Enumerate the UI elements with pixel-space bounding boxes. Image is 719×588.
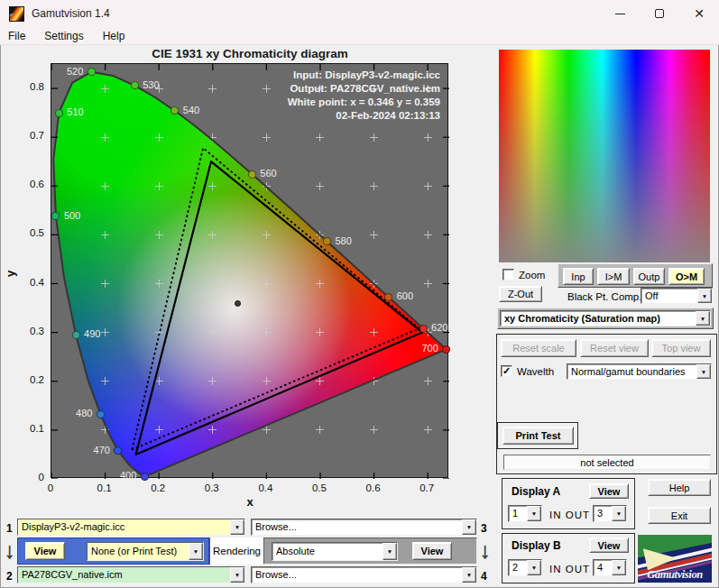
annotation-line: Input: DisplayP3-v2-magic.icc <box>288 69 440 82</box>
minimize-button[interactable] <box>600 0 640 27</box>
wavelength-dot-480 <box>97 410 105 418</box>
y-tick-label: 0.7 <box>30 130 44 141</box>
print-test-button[interactable]: Print Test <box>502 427 574 445</box>
menu-settings[interactable]: Settings <box>44 30 83 42</box>
view-options-group: Reset scale Reset view Top view ✓ Wavelt… <box>496 334 717 474</box>
mode-select-frame: xy Chromaticity (Saturation map) ▼ <box>497 308 714 329</box>
chevron-down-icon[interactable]: ▼ <box>189 543 203 560</box>
io-button-om[interactable]: O>M <box>668 268 705 285</box>
chevron-down-icon[interactable]: ▼ <box>462 567 476 583</box>
chevron-down-icon[interactable]: ▼ <box>612 560 626 575</box>
display-a-in-value: 1 <box>509 506 527 521</box>
view-input-button[interactable]: View <box>25 542 65 560</box>
x-tick-label: 0.7 <box>419 482 434 493</box>
slot1-profile-value: DisplayP3-v2-magic.icc <box>18 519 230 535</box>
menu-help[interactable]: Help <box>103 30 125 42</box>
io-button-im[interactable]: I>M <box>597 268 630 285</box>
x-tick-label: 0.5 <box>312 482 327 493</box>
slot4-number: 4 <box>481 570 487 583</box>
print-test-select[interactable]: None (or Print Test) ▼ <box>87 542 204 561</box>
z-out-button[interactable]: Z-Out <box>499 286 542 302</box>
white-point-marker <box>235 300 241 307</box>
io-button-inp[interactable]: Inp <box>563 268 594 285</box>
display-a-out-select[interactable]: 3 ▼ <box>593 505 627 522</box>
saturation-map-preview[interactable] <box>499 50 710 262</box>
chevron-down-icon[interactable]: ▼ <box>230 567 244 583</box>
display-b-in-select[interactable]: 2 ▼ <box>508 559 542 576</box>
flow-arrow-left-icon: ↓ <box>4 537 15 564</box>
rendering-intent-select[interactable]: Absolute ▼ <box>272 542 398 561</box>
wavelength-label-620: 620 <box>431 322 447 333</box>
wavelth-checkbox[interactable]: ✓ <box>501 365 512 377</box>
chevron-down-icon[interactable]: ▼ <box>383 543 397 560</box>
zoom-checkbox[interactable] <box>502 269 514 280</box>
wavelength-dot-490 <box>72 331 80 339</box>
maximize-icon <box>655 9 664 18</box>
display-a-title: Display A <box>512 485 560 498</box>
chevron-down-icon[interactable]: ▼ <box>696 311 710 326</box>
slot1-profile-select[interactable]: DisplayP3-v2-magic.icc ▼ <box>17 519 245 536</box>
wavelength-label-480: 480 <box>76 408 92 418</box>
slot3-browse-select[interactable]: Browse... ▼ <box>251 519 477 536</box>
chevron-down-icon[interactable]: ▼ <box>527 560 541 575</box>
annotation-line: 02-Feb-2024 02:13:13 <box>288 109 440 123</box>
chevron-down-icon[interactable]: ▼ <box>697 289 712 303</box>
boundaries-select[interactable]: Normal/gamut boundaries ▼ <box>567 363 712 380</box>
wavelength-label-700: 700 <box>421 343 438 354</box>
close-button[interactable]: ✕ <box>679 0 719 27</box>
wavelength-dot-580 <box>323 237 331 245</box>
gamutvision-window: { "window": { "title": "Gamutvision 1.4"… <box>0 0 719 588</box>
display-b-in-value: 2 <box>509 560 527 575</box>
minimize-icon <box>615 14 625 14</box>
slot2-profile-value: PA278CGV_native.icm <box>18 567 230 583</box>
wavelength-label-560: 560 <box>260 168 276 179</box>
rendering-intent-value: Absolute <box>272 543 383 560</box>
annotation-line: White point: x = 0.346 y = 0.359 <box>288 96 440 109</box>
menu-file[interactable]: File <box>8 30 25 42</box>
wavelength-label-530: 530 <box>143 79 159 90</box>
slot4-browse-value: Browse... <box>252 567 462 583</box>
wavelength-dot-620 <box>419 325 428 333</box>
slot4-browse-select[interactable]: Browse... ▼ <box>251 566 477 583</box>
display-b-out-select[interactable]: 4 ▼ <box>593 559 627 576</box>
mode-select[interactable]: xy Chromaticity (Saturation map) ▼ <box>500 310 711 326</box>
black-pt-comp-select[interactable]: Off ▼ <box>641 288 713 304</box>
reset-view-button[interactable]: Reset view <box>580 339 649 357</box>
display-b-title: Display B <box>512 539 561 552</box>
chevron-down-icon[interactable]: ▼ <box>462 519 476 535</box>
chevron-down-icon[interactable]: ▼ <box>612 506 626 521</box>
close-icon: ✕ <box>694 7 705 20</box>
x-tick-label: 0.3 <box>205 482 219 493</box>
chevron-down-icon[interactable]: ▼ <box>696 364 711 379</box>
plot-annotations: Input: DisplayP3-v2-magic.iccOutput: PA2… <box>288 69 440 123</box>
gamutvision-logo: Gamutvision <box>638 535 712 583</box>
y-tick-label: 0.6 <box>30 179 44 189</box>
exit-button[interactable]: Exit <box>648 507 711 524</box>
plot-overlay-svg <box>51 64 449 479</box>
display-a-inout-label: IN OUT <box>549 510 590 520</box>
logo-text: Gamutvision <box>638 568 712 582</box>
display-a-out-value: 3 <box>594 506 612 521</box>
chevron-down-icon[interactable]: ▼ <box>230 519 244 535</box>
mode-select-value: xy Chromaticity (Saturation map) <box>501 311 696 326</box>
io-button-group: InpI>MOutpO>M <box>558 263 713 288</box>
display-a-in-select[interactable]: 1 ▼ <box>508 505 542 522</box>
rendering-label: Rendering <box>209 537 263 565</box>
wavelength-label-540: 540 <box>183 105 199 115</box>
display-b-view-button[interactable]: View <box>589 537 629 553</box>
view-output-button[interactable]: View <box>412 542 452 560</box>
chromaticity-plot[interactable]: 4004704804905005105205305405605806006207… <box>51 63 448 478</box>
reset-scale-button[interactable]: Reset scale <box>501 339 576 357</box>
help-button[interactable]: Help <box>648 479 711 496</box>
selection-status: not selected <box>503 455 711 470</box>
chevron-down-icon[interactable]: ▼ <box>527 506 541 521</box>
wavelength-label-400: 400 <box>120 470 136 481</box>
top-view-button[interactable]: Top view <box>651 339 711 357</box>
slot3-browse-value: Browse... <box>252 519 462 535</box>
io-button-outp[interactable]: Outp <box>633 268 665 285</box>
slot2-profile-select[interactable]: PA278CGV_native.icm ▼ <box>17 566 245 583</box>
wavelength-dot-600 <box>384 293 392 301</box>
display-a-view-button[interactable]: View <box>589 483 629 499</box>
wavelength-label-520: 520 <box>67 66 83 77</box>
maximize-button[interactable] <box>640 0 679 27</box>
